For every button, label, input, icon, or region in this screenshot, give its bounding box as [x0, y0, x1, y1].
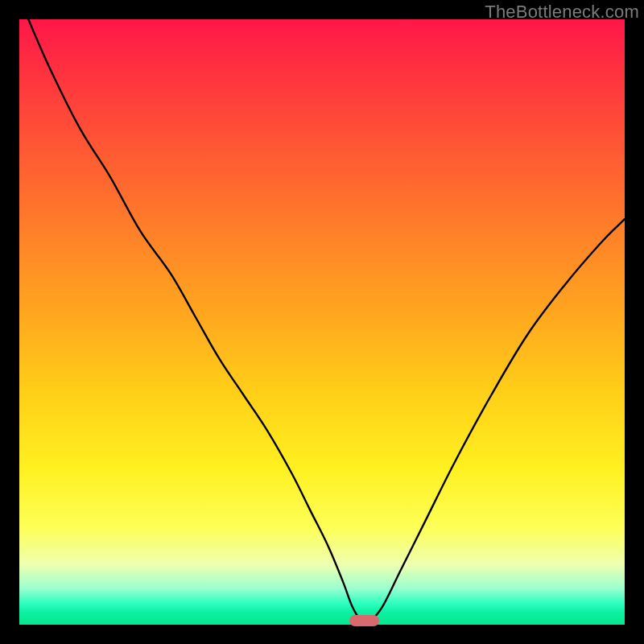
bottleneck-curve — [19, 19, 625, 625]
curve-path — [28, 19, 625, 622]
watermark-text: TheBottleneck.com — [485, 2, 639, 23]
optimal-point-marker — [349, 615, 380, 626]
chart-frame: TheBottleneck.com — [0, 0, 644, 644]
